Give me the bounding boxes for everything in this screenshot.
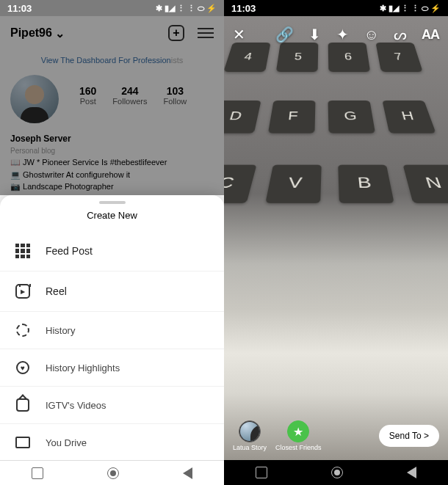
create-highlights[interactable]: History Highlights: [0, 349, 224, 387]
stats-row: 160 Post 244 Followers 103 Follow: [79, 85, 187, 123]
bio: Joseph Server Personal blog 📖 JW * Pione…: [0, 132, 224, 193]
status-icons: ✱ ▮◢ ⋮ ⋮ ⬭ ⚡: [156, 4, 217, 13]
right-phone: 11:03 ✱ ▮◢ ⋮ ⋮ ⬭ ⚡ 4567 DFGH CVBN ✕ 🔗 ⬇ …: [224, 0, 448, 485]
close-icon[interactable]: ✕: [233, 25, 246, 44]
create-history[interactable]: History: [0, 312, 224, 349]
followers-stat[interactable]: 244 Followers: [112, 85, 147, 123]
home-button[interactable]: [331, 467, 343, 478]
create-reel[interactable]: Reel: [0, 271, 224, 312]
download-icon[interactable]: ⬇: [308, 25, 322, 44]
draw-icon[interactable]: ᔕ: [394, 25, 407, 44]
sticker-icon[interactable]: ☺: [364, 25, 379, 44]
android-nav-bar: [0, 460, 224, 485]
sheet-grabber[interactable]: [99, 201, 126, 204]
drive-icon: [15, 434, 31, 451]
status-bar: 11:03 ✱ ▮◢ ⋮ ⋮ ⬭ ⚡: [0, 0, 224, 16]
story-toolbar: ✕ 🔗 ⬇ ✦ ☺ ᔕ AA: [224, 25, 448, 44]
posts-stat[interactable]: 160 Post: [79, 85, 96, 123]
profile-avatar[interactable]: [10, 75, 59, 123]
grid-icon: [15, 243, 31, 259]
recent-apps-button[interactable]: [32, 467, 43, 479]
bg-keyboard-row: CVBN: [224, 165, 448, 203]
status-time: 11:03: [7, 3, 32, 14]
close-friends-button[interactable]: ★ Closest Friends: [275, 420, 322, 451]
create-icon[interactable]: +: [168, 25, 184, 41]
home-button[interactable]: [107, 467, 119, 479]
send-to-button[interactable]: Send To >: [379, 425, 439, 447]
story-share-bar: Latua Story ★ Closest Friends Send To >: [224, 420, 448, 451]
create-sheet: Create New Feed Post Reel History Histor…: [0, 195, 224, 460]
igtv-icon: [15, 397, 31, 413]
dashboard-link[interactable]: View The Dashboard For Professionists: [0, 50, 224, 70]
username-dropdown[interactable]: Pipet96 ⌄: [10, 26, 65, 40]
star-icon: ★: [287, 420, 309, 442]
menu-icon[interactable]: [198, 28, 214, 38]
highlights-icon: [15, 360, 31, 376]
create-igtv[interactable]: IGTV's Videos: [0, 387, 224, 424]
bg-keyboard-row: 4567: [224, 43, 423, 72]
left-phone: 11:03 ✱ ▮◢ ⋮ ⋮ ⬭ ⚡ Pipet96 ⌄ + View The …: [0, 0, 224, 485]
chevron-down-icon: ⌄: [55, 26, 65, 40]
create-drive[interactable]: You Drive: [0, 424, 224, 462]
back-button[interactable]: [183, 467, 192, 479]
status-time: 11:03: [231, 3, 256, 14]
status-bar: 11:03 ✱ ▮◢ ⋮ ⋮ ⬭ ⚡: [224, 0, 448, 16]
story-editor-canvas[interactable]: 4567 DFGH CVBN ✕ 🔗 ⬇ ✦ ☺ ᔕ AA Latua Stor…: [224, 16, 448, 460]
effects-icon[interactable]: ✦: [336, 25, 350, 44]
history-icon: [15, 322, 31, 338]
android-nav-bar: [224, 460, 448, 485]
avatar-icon: [239, 420, 261, 442]
recent-apps-button[interactable]: [256, 467, 267, 478]
link-icon[interactable]: 🔗: [275, 25, 294, 44]
sheet-title: Create New: [0, 207, 224, 231]
reel-icon: [15, 283, 31, 299]
create-feed-post[interactable]: Feed Post: [0, 231, 224, 271]
status-icons: ✱ ▮◢ ⋮ ⋮ ⬭ ⚡: [380, 4, 441, 13]
text-icon[interactable]: AA: [422, 25, 439, 44]
bg-keyboard-row: DFGH: [224, 101, 436, 134]
profile-header: Pipet96 ⌄ +: [0, 16, 224, 50]
your-story-button[interactable]: Latua Story: [233, 420, 267, 451]
back-button[interactable]: [407, 467, 416, 478]
following-stat[interactable]: 103 Follow: [163, 85, 187, 123]
profile-dimmed-area: Pipet96 ⌄ + View The Dashboard For Profe…: [0, 16, 224, 195]
